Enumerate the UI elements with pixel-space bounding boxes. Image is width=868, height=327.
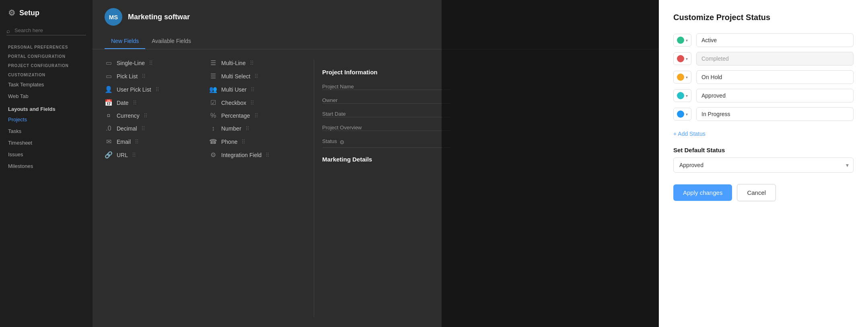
drag-handle[interactable]: ⠿: [250, 100, 254, 106]
status-gear-icon[interactable]: ⚙: [339, 139, 345, 145]
tab-available-fields[interactable]: Available Fields: [145, 34, 197, 49]
field-checkbox[interactable]: ☑ Checkbox ⠿: [209, 99, 290, 106]
customize-panel: Customize Project Status ▾ ▾: [659, 0, 868, 327]
tab-new-fields[interactable]: New Fields: [105, 34, 145, 49]
field-url[interactable]: 🔗 URL ⠿: [105, 151, 185, 159]
avatar: MS: [105, 8, 122, 26]
decimal-icon: .0: [105, 125, 113, 132]
status-input-in-progress[interactable]: [696, 107, 854, 121]
available-fields-column: ☰ Multi-Line ⠿ ☰ Multi Select ⠿ 👥 Multi …: [209, 59, 290, 317]
section-customization: CUSTOMIZATION: [0, 69, 93, 79]
chevron-down-icon: ▾: [686, 38, 688, 43]
color-picker-in-progress[interactable]: ▾: [673, 108, 691, 121]
drag-handle[interactable]: ⠿: [251, 86, 255, 93]
sidebar-item-task-templates[interactable]: Task Templates: [0, 79, 93, 90]
default-status-label: Set Default Status: [673, 147, 854, 153]
color-picker-active[interactable]: ▾: [673, 34, 691, 47]
single-line-icon: ▭: [105, 59, 113, 67]
project-title: Marketing softwar: [128, 13, 190, 21]
sidebar-item-milestones[interactable]: Milestones: [0, 160, 93, 172]
drag-handle[interactable]: ⠿: [265, 152, 269, 158]
checkbox-icon: ☑: [209, 99, 217, 106]
status-input-on-hold[interactable]: [696, 70, 854, 84]
marketing-details-title: Marketing Details: [322, 156, 450, 163]
field-currency[interactable]: ¤ Currency ⠿: [105, 112, 185, 119]
field-phone[interactable]: ☎ Phone ⠿: [209, 138, 290, 145]
sidebar: ⚙ Setup PERSONAL PREFERENCES PORTAL CONF…: [0, 0, 93, 327]
chevron-down-icon: ▾: [686, 112, 688, 116]
sidebar-item-web-tab[interactable]: Web Tab: [0, 90, 93, 102]
field-integration[interactable]: ⚙ Integration Field ⠿: [209, 151, 290, 159]
drag-handle[interactable]: ⠿: [155, 86, 159, 93]
project-info-panel: Project Information Project Name Owner S…: [314, 59, 459, 317]
status-input-active[interactable]: [696, 33, 854, 47]
sidebar-item-tasks[interactable]: Tasks: [0, 125, 93, 137]
status-item-approved: ▾: [673, 89, 854, 102]
section-personal-preferences: PERSONAL PREFERENCES: [0, 42, 93, 51]
app-title: Setup: [19, 9, 39, 17]
color-picker-on-hold[interactable]: ▾: [673, 71, 691, 84]
field-single-line[interactable]: ▭ Single-Line ⠿: [105, 59, 185, 67]
drag-handle[interactable]: ⠿: [149, 60, 153, 66]
field-user-pick-list[interactable]: 👤 User Pick List ⠿: [105, 86, 185, 93]
field-date[interactable]: 📅 Date ⠿: [105, 99, 185, 106]
field-decimal[interactable]: .0 Decimal ⠿: [105, 125, 185, 132]
status-item-active: ▾: [673, 33, 854, 47]
multi-line-icon: ☰: [209, 59, 217, 67]
status-list: ▾ ▾ ▾: [673, 33, 854, 121]
field-multi-select[interactable]: ☰ Multi Select ⠿: [209, 72, 290, 80]
drag-handle[interactable]: ⠿: [141, 125, 145, 132]
info-field-status: Status ⚙: [322, 138, 450, 148]
drag-handle[interactable]: ⠿: [142, 73, 146, 80]
sidebar-item-issues[interactable]: Issues: [0, 149, 93, 160]
drag-handle[interactable]: ⠿: [254, 73, 258, 80]
add-status-button[interactable]: + Add Status: [673, 129, 854, 139]
email-icon: ✉: [105, 138, 113, 145]
chevron-down-icon: ▾: [686, 75, 688, 80]
color-picker-completed[interactable]: ▾: [673, 52, 691, 65]
user-pick-list-icon: 👤: [105, 86, 113, 93]
drag-handle[interactable]: ⠿: [132, 152, 136, 158]
drag-handle[interactable]: ⠿: [250, 60, 254, 66]
drag-handle[interactable]: ⠿: [254, 112, 258, 119]
default-status-select[interactable]: Active Completed On Hold Approved In Pro…: [673, 157, 854, 173]
search-input[interactable]: [6, 26, 86, 35]
status-input-completed[interactable]: [696, 52, 854, 65]
sidebar-item-timesheet[interactable]: Timesheet: [0, 137, 93, 149]
cancel-button[interactable]: Cancel: [737, 184, 776, 201]
layouts-and-fields-label: Layouts and Fields: [0, 102, 93, 114]
app-header: ⚙ Setup: [0, 8, 93, 26]
field-multi-user[interactable]: 👥 Multi User ⠿: [209, 86, 290, 93]
color-dot-active: [677, 37, 684, 44]
currency-icon: ¤: [105, 112, 113, 119]
drag-handle[interactable]: ⠿: [245, 125, 249, 132]
info-field-project-name: Project Name: [322, 84, 450, 90]
color-dot-on-hold: [677, 74, 684, 81]
field-email[interactable]: ✉ Email ⠿: [105, 138, 185, 145]
percentage-icon: %: [209, 112, 217, 119]
drag-handle[interactable]: ⠿: [133, 100, 137, 106]
field-multi-line[interactable]: ☰ Multi-Line ⠿: [209, 59, 290, 67]
status-item-on-hold: ▾: [673, 70, 854, 84]
customize-title: Customize Project Status: [673, 13, 854, 22]
chevron-down-icon: ▾: [686, 57, 688, 61]
date-icon: 📅: [105, 99, 113, 106]
pick-list-icon: ▭: [105, 72, 113, 80]
status-item-in-progress: ▾: [673, 107, 854, 121]
drag-handle[interactable]: ⠿: [135, 139, 139, 145]
apply-changes-button[interactable]: Apply changes: [673, 184, 732, 201]
action-buttons: Apply changes Cancel: [673, 184, 854, 201]
url-icon: 🔗: [105, 151, 113, 159]
sidebar-item-projects[interactable]: Projects: [0, 114, 93, 125]
drag-handle[interactable]: ⠿: [241, 139, 245, 145]
field-percentage[interactable]: % Percentage ⠿: [209, 112, 290, 119]
color-picker-approved[interactable]: ▾: [673, 89, 691, 102]
default-status-section: Set Default Status Active Completed On H…: [673, 147, 854, 173]
field-pick-list[interactable]: ▭ Pick List ⠿: [105, 72, 185, 80]
drag-handle[interactable]: ⠿: [144, 112, 148, 119]
info-field-owner: Owner: [322, 97, 450, 104]
status-input-approved[interactable]: [696, 89, 854, 102]
info-field-overview: Project Overview: [322, 125, 450, 131]
field-number[interactable]: ↕ Number ⠿: [209, 125, 290, 132]
project-info-title: Project Information: [322, 69, 450, 76]
